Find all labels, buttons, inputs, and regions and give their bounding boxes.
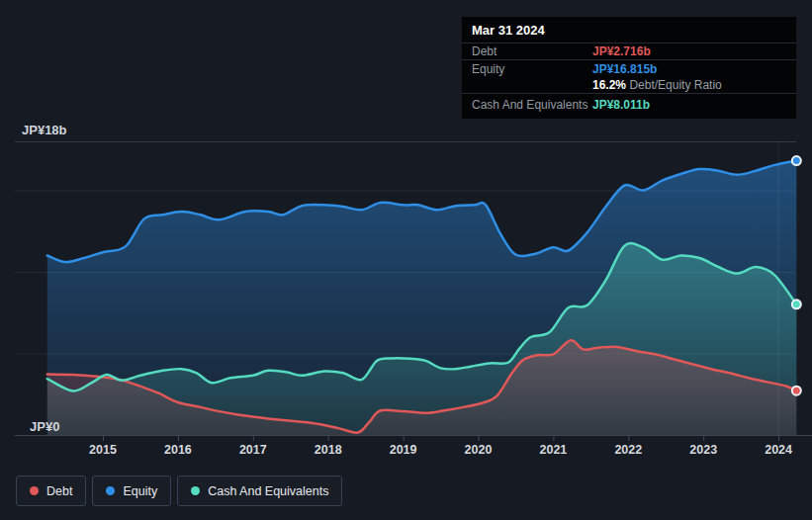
legend-item-debt[interactable]: Debt [16, 476, 86, 506]
tooltip-date: Mar 31 2024 [462, 17, 796, 43]
legend-equity-label: Equity [123, 484, 157, 498]
tooltip-equity-value: JP¥16.815b [592, 62, 657, 76]
debt-endpoint-marker[interactable] [792, 387, 801, 395]
tooltip-debt-label: Debt [472, 44, 592, 58]
cash-endpoint-marker[interactable] [792, 300, 801, 308]
tooltip-equity-row: Equity JP¥16.815b [462, 60, 796, 77]
legend: Debt Equity Cash And Equivalents [16, 476, 342, 506]
tooltip-ratio-label: Debt/Equity Ratio [629, 78, 721, 92]
legend-debt-label: Debt [46, 484, 72, 498]
equity-endpoint-marker[interactable] [792, 156, 801, 165]
debt-equity-history-chart: JP¥18b JP¥0 2015201620172018201920202021… [0, 0, 812, 520]
tooltip-debt-row: Debt JP¥2.716b [462, 43, 796, 60]
tooltip-cash-value: JP¥8.011b [592, 98, 650, 112]
cash-series-dot-icon [191, 486, 200, 495]
tooltip-equity-label: Equity [472, 62, 592, 76]
tooltip-ratio-row: 16.2% Debt/Equity Ratio [462, 77, 796, 94]
tooltip-ratio-value: 16.2% [592, 78, 626, 92]
tooltip-debt-value: JP¥2.716b [592, 44, 651, 58]
debt-series-dot-icon [30, 486, 39, 495]
chart-tooltip: Mar 31 2024 Debt JP¥2.716b Equity JP¥16.… [461, 16, 797, 120]
legend-item-equity[interactable]: Equity [92, 476, 171, 506]
legend-cash-label: Cash And Equivalents [208, 484, 328, 498]
y-axis-zero-label: JP¥0 [30, 419, 59, 434]
legend-item-cash[interactable]: Cash And Equivalents [177, 476, 342, 506]
tooltip-cash-row: Cash And Equivalents JP¥8.011b [462, 94, 796, 119]
equity-series-dot-icon [106, 486, 115, 495]
y-axis-max-label: JP¥18b [22, 123, 67, 137]
tooltip-cash-label: Cash And Equivalents [472, 98, 592, 112]
